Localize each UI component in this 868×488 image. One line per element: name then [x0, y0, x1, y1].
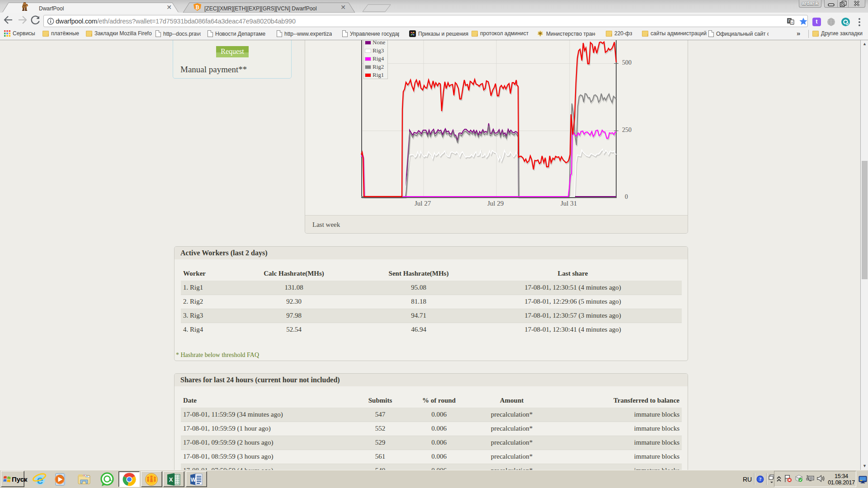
svg-text:X: X [169, 476, 173, 483]
svg-text:?: ? [759, 477, 761, 482]
svg-text:W: W [191, 477, 196, 483]
svg-text:x: x [791, 20, 793, 24]
svg-text:₿: ₿ [195, 5, 199, 10]
